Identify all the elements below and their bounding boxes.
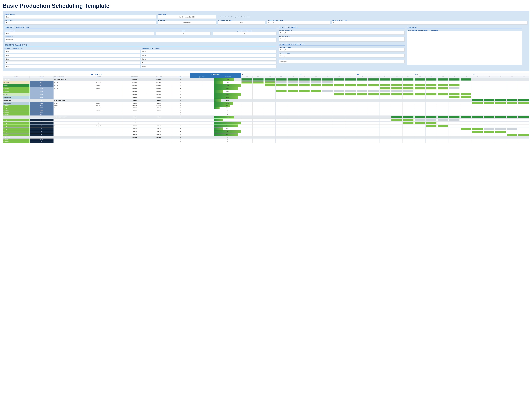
date-header: 4/3 xyxy=(322,76,333,78)
table-row: In ProgressMEDProduct 3Jason D.05/05/300… xyxy=(3,107,529,109)
week-header: Wk 5 xyxy=(472,73,529,76)
top-panel: COMPANY NAME Name START DATE Sunday, Mar… xyxy=(3,11,529,71)
order-ops-input[interactable]: Description xyxy=(332,21,527,24)
quality-checks-input[interactable]: Description xyxy=(279,37,405,41)
variance-input[interactable]: Description xyxy=(279,60,405,64)
product-description-input[interactable]: Description xyxy=(5,38,277,42)
col-product-names: PRODUCT NAMES xyxy=(53,76,96,78)
table-row: Not StartedMEDProduct 1Brent W.03/31/300… xyxy=(3,81,529,84)
perf-title: PERFORMANCE METRICS xyxy=(279,43,405,46)
table-row: In ProgressLOW04/03/3004/12/308433% xyxy=(3,90,529,93)
col-days: # of Days xyxy=(171,76,190,78)
table-row: Needs UpdateMEDProduct 1June T.04/22/300… xyxy=(3,102,529,105)
table-row: On HoldLOW04/09/3004/20/3095100% xyxy=(3,93,529,96)
department-input[interactable]: Name xyxy=(5,21,156,24)
table-row: In ProgressMED00% xyxy=(3,111,529,113)
table-row: In ProgressHIGH04/21/3004/24/30333% xyxy=(3,127,529,130)
table-row: In ProgressHIGHPROJECT CATEGORY03/31/300… xyxy=(3,78,529,81)
production-sequence-label: PRODUCTION SEQUENCE xyxy=(267,19,330,21)
date-header: 3/25 xyxy=(241,76,253,78)
summary-title: SUMMARY xyxy=(407,26,522,29)
week-header: Wk 1 xyxy=(241,73,299,76)
company-name-input[interactable]: Name xyxy=(5,15,156,19)
col-owner: OWNER xyxy=(96,76,123,78)
table-row: In ProgressHIGHProduct 1Luiza L.04/14/30… xyxy=(3,118,529,121)
table-row: In ProgressMEDProduct 2Kirk C.04/30/3005… xyxy=(3,105,529,107)
date-header: 3/26 xyxy=(252,76,264,78)
machine-input[interactable]: Name xyxy=(5,58,140,61)
machine-label: MACHINE / EQUIPMENT NAME xyxy=(5,48,139,49)
table-row: In ProgressHIGHProduct 2Raghu P.04/15/30… xyxy=(3,121,529,124)
table-row: In ProgressHIGH01/00/0001/00/0000% xyxy=(3,136,529,138)
operator-input[interactable]: Name xyxy=(141,58,276,61)
machine-input[interactable]: Name xyxy=(5,54,140,57)
week-header: Wk 4 xyxy=(414,73,472,76)
products-heading: PRODUCTS xyxy=(91,73,102,76)
date-header: 4/22 xyxy=(472,76,483,78)
date-header: 4/11 xyxy=(391,76,403,78)
table-row: In ProgressMED00% xyxy=(3,113,529,116)
table-row: Needs UpdateHIGHPROJECT CATEGORY04/22/30… xyxy=(3,99,529,102)
department-label: DEPARTMENT xyxy=(5,19,156,21)
end-date-input[interactable]: MM/DD/YY xyxy=(158,21,216,24)
date-header: 4/16 xyxy=(426,76,437,78)
week-header: Wk 2 xyxy=(299,73,356,76)
date-header: 4/26 xyxy=(518,76,529,78)
date-header: 4/4 xyxy=(333,76,345,78)
page-title: Basic Production Scheduling Template xyxy=(3,3,529,9)
machine-input[interactable]: Name xyxy=(5,61,140,64)
summary-notes-input[interactable] xyxy=(407,31,522,65)
table-row: In ProgressHIGHProduct 3Raghu P.04/17/30… xyxy=(3,124,529,127)
product-info-title: PRODUCT INFORMATION xyxy=(5,26,277,29)
inspection-label: INSPECTION POINTS xyxy=(279,29,405,31)
qtp-input[interactable]: 0.00 xyxy=(213,32,277,35)
actual-output-input[interactable]: Description xyxy=(279,54,405,58)
machine-input[interactable]: Name xyxy=(5,50,140,53)
sku-label: SKU xyxy=(156,30,210,32)
week-header: Wk 3 xyxy=(356,73,414,76)
table-row: In ProgressHIGH00% xyxy=(3,140,529,143)
operator-input[interactable]: Name xyxy=(141,50,276,53)
overall-progress-label: OVERALL PROGRESS xyxy=(218,19,265,21)
table-row: In ProgressHIGH04/25/3004/25/30190% xyxy=(3,133,529,136)
start-date-input[interactable]: Sunday, March 31, 2030 xyxy=(158,15,216,19)
date-header: 4/23 xyxy=(483,76,495,78)
operator-input[interactable]: Name xyxy=(141,65,276,68)
col-status: STATUS xyxy=(3,76,29,78)
date-header: 4/15 xyxy=(414,76,426,78)
product-name-input[interactable]: Name xyxy=(5,32,154,35)
end-date-label: END DATE xyxy=(158,19,216,21)
production-sequence-input[interactable]: Description xyxy=(267,21,330,24)
order-ops-label: ORDER OF OPERATIONS xyxy=(332,19,527,21)
schedule-table: PRODUCTS DELIVERABLES Wk 1Wk 2Wk 3Wk 4Wk… xyxy=(3,73,529,143)
date-header: 3/28 xyxy=(276,76,287,78)
col-priority: PRIORITY xyxy=(29,76,54,78)
deliverables-heading: DELIVERABLES xyxy=(211,74,220,75)
col-end-date: END DATE xyxy=(147,76,171,78)
product-name-label: PRODUCT NAME xyxy=(5,30,154,32)
col-start-date: START DATE xyxy=(123,76,147,78)
date-header: 4/2 xyxy=(310,76,322,78)
col-percent-complete: % COMPLETE xyxy=(214,76,241,78)
operator-input[interactable]: Name xyxy=(141,61,276,64)
date-header: 4/17 xyxy=(437,76,449,78)
table-row: CompleteMEDProduct 2June T.04/02/3004/18… xyxy=(3,84,529,87)
operator-input[interactable]: Name xyxy=(141,54,276,57)
sku-input[interactable]: 0 xyxy=(156,32,210,35)
date-header: 3/29 xyxy=(287,76,299,78)
actual-output-label: ACTUAL OUTPUT xyxy=(279,52,405,54)
date-header: 4/24 xyxy=(495,76,506,78)
qc-title: QUALITY CONTROL xyxy=(279,26,405,29)
quality-checks-label: QUALITY CHECKS xyxy=(279,35,405,37)
variance-label: VARIANCE xyxy=(279,58,405,60)
planned-output-input[interactable]: Description xyxy=(279,48,405,52)
qtp-label: QUANTITY TO PRODUCE xyxy=(213,30,277,32)
planned-output-label: PLANNED OUTPUT xyxy=(279,47,405,48)
table-row: In ProgressMEDSea F.05/06/3006/03/30210% xyxy=(3,109,529,111)
operator-label: OPERATOR / TEAM ASSIGNED xyxy=(141,48,276,49)
inspection-input[interactable]: Description xyxy=(279,31,405,35)
machine-input[interactable]: Name xyxy=(5,65,140,68)
company-name-label: COMPANY NAME xyxy=(5,13,156,15)
table-row: In ProgressLOWProduct 3June T.04/13/3004… xyxy=(3,87,529,90)
date-header: 4/5 xyxy=(345,76,356,78)
